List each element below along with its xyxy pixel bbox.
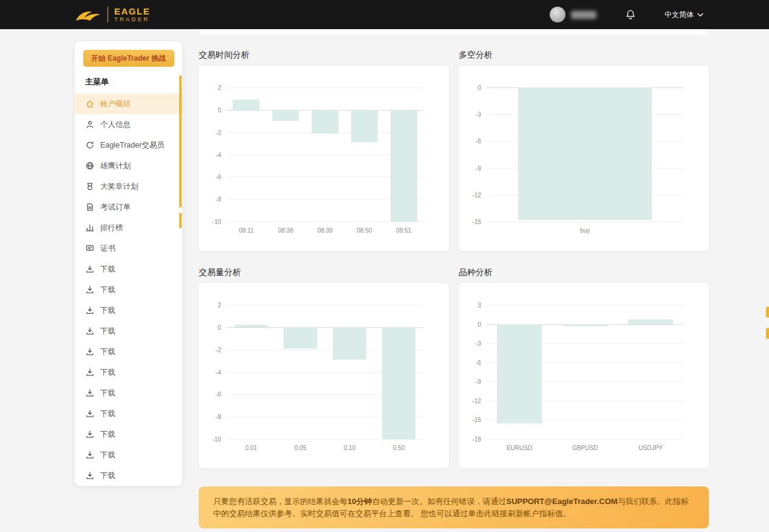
chart-title: 交易量分析 xyxy=(199,267,449,279)
sidebar-item-eagletrader-trader[interactable]: EagleTrader交易员 xyxy=(75,135,182,155)
sidebar-scrollbar[interactable] xyxy=(179,75,182,208)
sidebar-item-label: 下载 xyxy=(100,429,115,440)
sidebar-item-download-1[interactable]: 下载 xyxy=(75,259,182,279)
chart-block-volume: 交易量分析 20-2-4-6-8-100.010.050.100.50 xyxy=(199,267,449,468)
chevron-down-icon xyxy=(697,13,703,17)
sidebar-item-exam-orders[interactable]: 考试订单 xyxy=(75,197,182,217)
download-icon xyxy=(85,347,95,356)
bell-icon xyxy=(624,9,637,21)
sidebar-item-certificate[interactable]: 证书 xyxy=(75,238,182,259)
bar-chart-volume: 20-2-4-6-8-100.010.050.100.50 xyxy=(227,305,423,439)
sidebar-item-download-7[interactable]: 下载 xyxy=(75,383,182,403)
chart-card: 20-2-4-6-8-1008:1108:3808:3908:5008:51 xyxy=(199,66,449,251)
sidebar-item-label: 排行榜 xyxy=(100,223,123,233)
sidebar-item-download-11[interactable]: 下载 xyxy=(75,465,182,486)
sidebar-item-label: 大奖章计划 xyxy=(100,182,138,192)
notice-banner: 只要您有活跃交易，显示的结果就会每10分钟自动更新一次。如有任何错误，请通过SU… xyxy=(199,486,709,528)
y-tick-label: -4 xyxy=(216,369,221,375)
sidebar-item-download-8[interactable]: 下载 xyxy=(75,403,182,424)
x-tick-label: GBPUSD xyxy=(572,445,598,451)
x-tick-label: 08:11 xyxy=(239,227,253,234)
start-challenge-button[interactable]: 开始 EagleTrader 挑战 xyxy=(83,50,174,67)
sidebar-item-label: 考试订单 xyxy=(100,202,131,213)
notifications-button[interactable] xyxy=(624,9,637,21)
sidebar-item-medal-plan[interactable]: 大奖章计划 xyxy=(75,176,182,197)
sidebar-item-leaderboard[interactable]: 排行榜 xyxy=(75,217,182,238)
y-tick-label: -9 xyxy=(476,378,481,385)
download-icon xyxy=(85,450,95,460)
gridline xyxy=(487,305,683,305)
gridline xyxy=(227,87,423,88)
sidebar-item-account-overview[interactable]: 账户概括 xyxy=(75,94,182,114)
y-tick-label: -2 xyxy=(216,129,221,135)
bar xyxy=(391,110,417,222)
gridline xyxy=(227,305,423,305)
notice-segment: 10分钟 xyxy=(347,497,372,506)
scrolled-card-edge xyxy=(199,29,708,35)
notice-segment: 自动更新一次。如有任何错误，请通过 xyxy=(372,497,506,506)
gridline xyxy=(487,222,683,222)
y-tick-label: 0 xyxy=(217,324,221,330)
home-icon xyxy=(85,99,95,109)
orders-icon xyxy=(85,202,95,212)
x-tick-label: USDJPY xyxy=(638,445,662,451)
chart-grid: 交易时间分析 20-2-4-6-8-1008:1108:3808:3908:50… xyxy=(199,50,709,468)
bar xyxy=(497,324,541,423)
sidebar-item-label: 个人信息 xyxy=(100,120,131,130)
brand-subname: TRADER xyxy=(114,16,150,22)
sidebar-item-label: EagleTrader交易员 xyxy=(100,140,165,151)
y-tick-label: 0 xyxy=(217,106,221,113)
notice-text: 只要您有活跃交易，显示的结果就会每10分钟自动更新一次。如有任何错误，请通过SU… xyxy=(213,497,689,518)
sidebar-item-download-5[interactable]: 下载 xyxy=(75,341,182,362)
sidebar-item-download-4[interactable]: 下载 xyxy=(75,321,182,341)
floating-widget[interactable] xyxy=(766,307,769,318)
y-tick-label: -15 xyxy=(473,417,481,423)
sidebar-item-download-3[interactable]: 下载 xyxy=(75,300,182,321)
y-tick-label: -12 xyxy=(473,397,481,404)
language-selector[interactable]: 中文简体 xyxy=(665,10,703,20)
bar-chart-trading-time: 20-2-4-6-8-1008:1108:3808:3908:5008:51 xyxy=(227,87,423,222)
notice-segment: 刷新帐户指标值。 xyxy=(508,509,571,518)
y-tick-label: -6 xyxy=(476,359,481,366)
bar-chart-long-short: 0-3-6-9-12-15buy xyxy=(487,87,683,222)
chart-title: 交易时间分析 xyxy=(199,50,449,62)
sidebar-item-label: 账户概括 xyxy=(100,99,131,109)
y-tick-label: -6 xyxy=(476,138,481,145)
medal-icon xyxy=(85,182,95,191)
gridline xyxy=(227,222,423,222)
sidebar-item-label: 下载 xyxy=(100,450,115,460)
page: EAGLE TRADER 中文简体 xyxy=(0,0,769,532)
brand-divider xyxy=(108,7,108,22)
avatar[interactable] xyxy=(550,7,566,22)
sidebar-item-download-9[interactable]: 下载 xyxy=(75,424,182,445)
sidebar-scrollbar-segment[interactable] xyxy=(179,213,182,228)
chart-card: 30-3-6-9-12-15-18EURUSDGBPUSDUSDJPY xyxy=(459,283,709,468)
chart-block-symbols: 品种分析 30-3-6-9-12-15-18EURUSDGBPUSDUSDJPY xyxy=(459,267,709,468)
sidebar-item-eagle-plan[interactable]: 雄鹰计划 xyxy=(75,155,182,176)
download-icon xyxy=(85,305,95,315)
sidebar-item-label: 下载 xyxy=(100,388,115,398)
y-tick-label: -12 xyxy=(473,191,481,198)
y-tick-label: -8 xyxy=(216,414,221,420)
download-icon xyxy=(85,264,95,274)
x-tick-label: 0.05 xyxy=(295,445,306,451)
download-icon xyxy=(85,409,95,418)
y-tick-label: -4 xyxy=(216,151,221,158)
download-icon xyxy=(85,285,95,295)
floating-widget[interactable] xyxy=(766,328,769,339)
user-menu[interactable] xyxy=(550,7,596,22)
bar xyxy=(312,110,338,134)
notice-segment: 只要您有活跃交易，显示的结果就会每 xyxy=(213,497,347,506)
sidebar-item-download-2[interactable]: 下载 xyxy=(75,279,182,300)
bar xyxy=(518,87,652,220)
sidebar-item-download-10[interactable]: 下载 xyxy=(75,445,182,465)
sidebar-item-profile[interactable]: 个人信息 xyxy=(75,114,182,135)
bar xyxy=(351,110,378,142)
y-tick-label: -10 xyxy=(213,436,221,443)
refresh-metrics-link[interactable]: 此链接 xyxy=(484,509,508,518)
bar xyxy=(272,110,299,121)
sidebar-item-download-6[interactable]: 下载 xyxy=(75,362,182,383)
y-tick-label: 2 xyxy=(217,302,221,309)
y-tick-label: -18 xyxy=(473,436,481,443)
x-tick-label: 0.50 xyxy=(393,445,405,451)
